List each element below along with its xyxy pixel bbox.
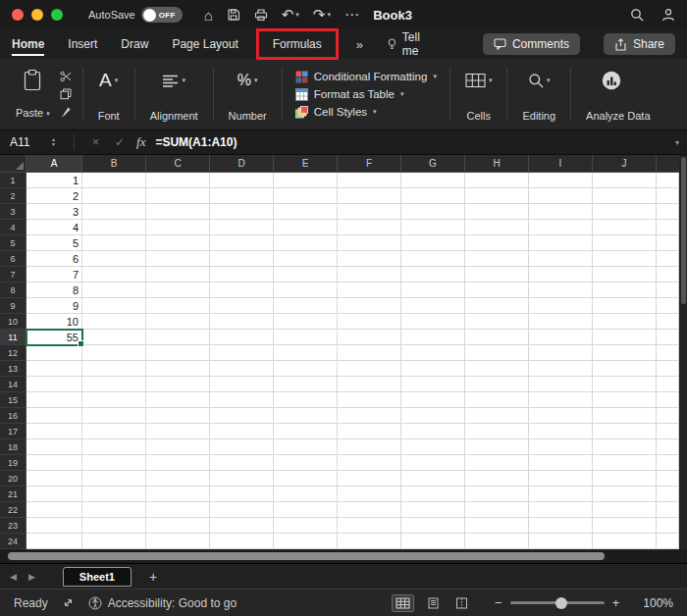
cell-H1[interactable] [465, 173, 529, 188]
confirm-entry-icon[interactable]: ✓ [115, 135, 125, 149]
cell-D21[interactable] [210, 487, 274, 502]
cell-F1[interactable] [338, 173, 401, 188]
cell-H21[interactable] [465, 487, 529, 502]
cell-I12[interactable] [529, 345, 593, 361]
cell-G8[interactable] [401, 282, 465, 298]
cell-G24[interactable] [401, 534, 465, 549]
cell-B10[interactable] [82, 314, 146, 330]
cell-A19[interactable] [26, 455, 82, 471]
more-commands-icon[interactable]: ⋯ [344, 6, 359, 24]
horizontal-scrollbar[interactable] [0, 549, 687, 563]
cell-H13[interactable] [465, 361, 529, 377]
cell-F24[interactable] [338, 534, 401, 549]
cell-H5[interactable] [465, 235, 529, 251]
cell-E1[interactable] [274, 173, 338, 188]
cell-I16[interactable] [529, 408, 593, 424]
cell-A3[interactable]: 3 [26, 204, 82, 220]
cell-F8[interactable] [338, 282, 401, 298]
tab-draw[interactable]: Draw [121, 29, 148, 59]
cell-D11[interactable] [210, 330, 274, 345]
redo-button[interactable]: ↷ ▾ [313, 6, 331, 24]
cell-B7[interactable] [82, 267, 146, 282]
cell-I8[interactable] [529, 282, 593, 298]
cell-J11[interactable] [593, 330, 657, 345]
normal-view-button[interactable] [392, 594, 414, 612]
cell-F23[interactable] [338, 518, 401, 534]
cell-D13[interactable] [210, 361, 274, 377]
cell-H11[interactable] [465, 330, 529, 345]
cell-C21[interactable] [146, 487, 210, 502]
cell-F7[interactable] [338, 267, 401, 282]
stepper-down-icon[interactable]: ▼ [51, 142, 56, 147]
cell-F6[interactable] [338, 251, 401, 267]
undo-dropdown-icon[interactable]: ▾ [295, 11, 299, 19]
cell-G11[interactable] [401, 330, 465, 345]
cell-B11[interactable] [82, 330, 146, 345]
cell-B14[interactable] [82, 377, 146, 392]
row-header-14[interactable]: 14 [0, 377, 26, 392]
close-window-button[interactable] [12, 9, 24, 21]
cell-F10[interactable] [338, 314, 401, 330]
cell-F19[interactable] [338, 455, 401, 471]
cell-J17[interactable] [593, 424, 657, 439]
cell-E22[interactable] [274, 502, 338, 518]
select-all-corner[interactable] [0, 155, 26, 173]
horizontal-scrollbar-thumb[interactable] [8, 552, 605, 560]
cell-D2[interactable] [210, 188, 274, 204]
cell-J23[interactable] [593, 518, 657, 534]
cell-G5[interactable] [401, 235, 465, 251]
cell-G9[interactable] [401, 298, 465, 314]
row-header-3[interactable]: 3 [0, 204, 26, 220]
cell-F17[interactable] [338, 424, 401, 439]
cell-E11[interactable] [274, 330, 338, 345]
cell-G16[interactable] [401, 408, 465, 424]
autosave-toggle[interactable]: OFF [141, 7, 183, 23]
cell-D20[interactable] [210, 471, 274, 487]
cell-A5[interactable]: 5 [26, 235, 82, 251]
tab-home[interactable]: Home [12, 29, 44, 59]
cell-J19[interactable] [593, 455, 657, 471]
cell-E16[interactable] [274, 408, 338, 424]
cell-H2[interactable] [465, 188, 529, 204]
cell-B12[interactable] [82, 345, 146, 361]
cell-I5[interactable] [529, 235, 593, 251]
cell-G15[interactable] [401, 392, 465, 408]
vertical-scrollbar[interactable] [679, 155, 687, 549]
cell-J2[interactable] [593, 188, 657, 204]
font-group[interactable]: A ▾ Font [90, 62, 128, 127]
cell-C1[interactable] [146, 173, 210, 188]
cell-D3[interactable] [210, 204, 274, 220]
row-header-24[interactable]: 24 [0, 534, 26, 549]
cell-J15[interactable] [593, 392, 657, 408]
cell-J6[interactable] [593, 251, 657, 267]
cell-D19[interactable] [210, 455, 274, 471]
cell-J14[interactable] [593, 377, 657, 392]
cell-E15[interactable] [274, 392, 338, 408]
cell-G13[interactable] [401, 361, 465, 377]
cell-H23[interactable] [465, 518, 529, 534]
cell-J13[interactable] [593, 361, 657, 377]
cell-D5[interactable] [210, 235, 274, 251]
cell-I7[interactable] [529, 267, 593, 282]
cell-A1[interactable]: 1 [26, 173, 82, 188]
cell-D16[interactable] [210, 408, 274, 424]
cell-F11[interactable] [338, 330, 401, 345]
cell-B4[interactable] [82, 220, 146, 235]
cell-E2[interactable] [274, 188, 338, 204]
cell-B21[interactable] [82, 487, 146, 502]
cell-J3[interactable] [593, 204, 657, 220]
cell-I4[interactable] [529, 220, 593, 235]
cell-I17[interactable] [529, 424, 593, 439]
cell-C4[interactable] [146, 220, 210, 235]
cell-G14[interactable] [401, 377, 465, 392]
column-header-B[interactable]: B [82, 155, 146, 173]
cell-D8[interactable] [210, 282, 274, 298]
comments-button[interactable]: Comments [483, 33, 580, 55]
row-header-21[interactable]: 21 [0, 487, 26, 502]
cell-H9[interactable] [465, 298, 529, 314]
cell-H22[interactable] [465, 502, 529, 518]
cell-C15[interactable] [146, 392, 210, 408]
zoom-out-button[interactable]: − [495, 595, 502, 610]
cell-B20[interactable] [82, 471, 146, 487]
row-header-18[interactable]: 18 [0, 439, 26, 455]
